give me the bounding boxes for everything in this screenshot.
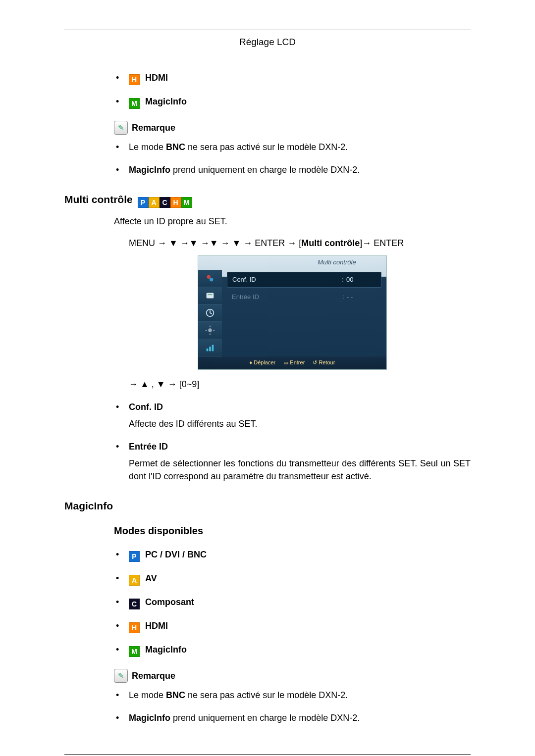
svg-point-5 xyxy=(208,328,212,332)
svg-rect-3 xyxy=(208,294,212,295)
p-icon: P xyxy=(138,197,149,208)
note-icon: ✎ xyxy=(114,669,128,683)
def-desc: Affecte des ID différents au SET. xyxy=(129,417,471,430)
osd-figure: Multi contrôle Conf. ID : 00 xyxy=(114,255,471,370)
content-area: H HDMI M MagicInfo ✎ Remarque Le mode BN… xyxy=(64,71,471,725)
osd-row-value: 00 xyxy=(346,275,381,285)
osd-foot-label: Entrer xyxy=(290,359,305,365)
osd-body: Conf. ID : 00 Entrée ID : - - xyxy=(198,270,386,356)
rule-bottom xyxy=(64,754,471,755)
osd-foot-label: Déplacer xyxy=(254,359,275,365)
osd-tab-icon xyxy=(198,287,222,304)
remark-text-pre: Le mode xyxy=(129,142,166,152)
svg-rect-10 xyxy=(207,349,209,352)
nav-pre: MENU → ▼ →▼ →▼ → ▼ → ENTER → [ xyxy=(129,238,301,248)
osd-row-label: Conf. ID xyxy=(227,275,339,285)
remark-item: Le mode BNC ne sera pas activé sur le mo… xyxy=(114,689,471,702)
h-icon: H xyxy=(129,622,140,633)
osd-row-conf-id: Conf. ID : 00 xyxy=(227,272,381,288)
mode-item-magicinfo: M MagicInfo xyxy=(114,643,471,657)
remark-item: MagicInfo prend uniquement en charge le … xyxy=(114,711,471,724)
remark-text-bold: MagicInfo xyxy=(129,165,170,175)
mode-label: MagicInfo xyxy=(145,645,187,655)
svg-rect-2 xyxy=(207,293,214,298)
osd-sep: : xyxy=(339,275,346,285)
osd-tab-icon xyxy=(198,339,222,356)
remark-heading: ✎ Remarque xyxy=(114,121,471,135)
mode-list-top: H HDMI M MagicInfo xyxy=(114,71,471,109)
svg-rect-11 xyxy=(209,347,211,351)
osd-tab-icon xyxy=(198,270,222,287)
subheading-modes: Modes disponibles xyxy=(114,524,471,538)
c-icon: C xyxy=(160,197,170,208)
osd-row-label: Entrée ID xyxy=(227,293,340,302)
multi-intro: Affecte un ID propre au SET. xyxy=(114,215,471,228)
mode-label: HDMI xyxy=(145,73,168,83)
menu-path: MENU → ▼ →▼ →▼ → ▼ → ENTER → [Multi cont… xyxy=(114,237,471,250)
note-icon: ✎ xyxy=(114,121,128,135)
rule-top xyxy=(64,30,471,30)
osd-row-entree-id: Entrée ID : - - xyxy=(227,290,381,304)
mode-item-hdmi: H HDMI xyxy=(114,71,471,85)
remark-text-bold: BNC xyxy=(166,142,185,152)
remark-text-bold: BNC xyxy=(166,690,185,700)
mode-list-magicinfo: P PC / DVI / BNC A AV C Composant H HDMI… xyxy=(114,548,471,657)
remark-item: MagicInfo prend uniquement en charge le … xyxy=(114,163,471,176)
heading-text: Multi contrôle xyxy=(64,194,133,205)
svg-point-1 xyxy=(210,278,213,281)
mode-label: AV xyxy=(145,573,157,583)
osd-sep: : xyxy=(340,293,347,302)
mode-label: HDMI xyxy=(145,621,168,631)
mode-label: PC / DVI / BNC xyxy=(145,550,207,559)
remark-title: Remarque xyxy=(132,121,175,134)
remark-list-1: Le mode BNC ne sera pas activé sur le mo… xyxy=(114,141,471,176)
def-label: Conf. ID xyxy=(129,402,163,412)
heading-mode-icons: PACHM xyxy=(138,197,192,208)
osd-foot-move: ♦ Déplacer xyxy=(250,359,276,367)
osd-foot-return: ↺ Retour xyxy=(313,359,335,367)
mode-item-composant: C Composant xyxy=(114,596,471,609)
remark-text-post: ne sera pas activé sur le modèle DXN-2. xyxy=(185,142,348,152)
a-icon: A xyxy=(129,575,140,586)
remark-title: Remarque xyxy=(132,669,175,682)
arrows-range: → ▲ , ▼ → [0~9] xyxy=(114,378,471,391)
page-title: Réglage LCD xyxy=(64,35,471,49)
mode-item-magicinfo: M MagicInfo xyxy=(114,95,471,109)
m-icon: M xyxy=(181,197,192,208)
osd-foot-enter: ▭ Entrer xyxy=(283,359,305,367)
heading-multi-controle: Multi contrôle PACHM xyxy=(64,192,471,208)
def-entree-id: Entrée ID Permet de sélectionner les fon… xyxy=(114,440,471,483)
def-conf-id: Conf. ID Affecte des ID différents au SE… xyxy=(114,401,471,430)
mode-item-av: A AV xyxy=(114,572,471,586)
osd-row-value: - - xyxy=(347,293,381,302)
svg-rect-12 xyxy=(212,345,214,351)
remark-text-pre: Le mode xyxy=(129,690,166,700)
m-icon: M xyxy=(129,646,140,657)
a-icon: A xyxy=(149,197,160,208)
mode-item-hdmi: H HDMI xyxy=(114,619,471,633)
nav-label: Multi contrôle xyxy=(301,238,360,248)
h-icon: H xyxy=(129,74,140,85)
osd-tab-icon xyxy=(198,322,222,339)
remark-text-post: prend uniquement en charge le modèle DXN… xyxy=(170,713,360,723)
h-icon: H xyxy=(170,197,181,208)
osd-main: Conf. ID : 00 Entrée ID : - - xyxy=(222,270,386,356)
osd-title: Multi contrôle xyxy=(198,256,386,270)
remark-text-post: ne sera pas activé sur le modèle DXN-2. xyxy=(185,690,348,700)
svg-point-0 xyxy=(207,275,211,279)
remark-text-post: prend uniquement en charge le modèle DXN… xyxy=(170,165,360,175)
osd-panel: Multi contrôle Conf. ID : 00 xyxy=(198,255,387,370)
m-icon: M xyxy=(129,98,140,109)
def-label: Entrée ID xyxy=(129,442,168,452)
remark-item: Le mode BNC ne sera pas activé sur le mo… xyxy=(114,141,471,153)
mode-label: MagicInfo xyxy=(145,97,187,106)
page: Réglage LCD H HDMI M MagicInfo ✎ Remarqu… xyxy=(0,0,535,756)
osd-sidebar xyxy=(198,270,222,356)
def-desc: Permet de sélectionner les fonctions du … xyxy=(129,457,471,483)
multi-defs: Conf. ID Affecte des ID différents au SE… xyxy=(114,401,471,483)
c-icon: C xyxy=(129,599,140,609)
heading-magicinfo: MagicInfo xyxy=(64,499,471,513)
nav-post: ]→ ENTER xyxy=(360,238,404,248)
mode-item-pc: P PC / DVI / BNC xyxy=(114,548,471,562)
osd-foot-label: Retour xyxy=(319,359,335,365)
